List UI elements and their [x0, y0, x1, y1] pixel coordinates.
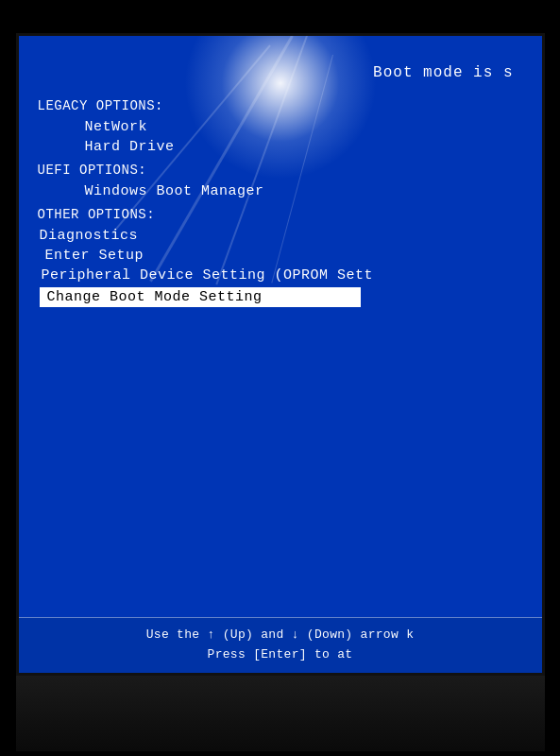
uefi-section-header: UEFI OPTIONS: — [38, 163, 523, 178]
legacy-section-header: LEGACY OPTIONS: — [38, 98, 523, 113]
menu-item-change-boot[interactable]: Change Boot Mode Setting — [40, 287, 361, 307]
other-section-header: OTHER OPTIONS: — [38, 207, 523, 222]
monitor-frame: Boot mode is s LEGACY OPTIONS: NetWork H… — [16, 5, 545, 751]
status-line-2: Press [Enter] to at — [38, 645, 523, 665]
menu-item-diagnostics[interactable]: Diagnostics — [38, 226, 523, 246]
menu-item-windows-boot[interactable]: Windows Boot Manager — [38, 181, 523, 201]
menu-item-peripheral[interactable]: Peripheral Device Setting (OPROM Sett — [38, 266, 523, 285]
menu-item-harddrive[interactable]: Hard Drive — [38, 137, 523, 157]
boot-mode-text: Boot mode is s — [373, 64, 513, 81]
monitor-bezel-bottom — [16, 676, 545, 751]
screen-content: Boot mode is s LEGACY OPTIONS: NetWork H… — [19, 36, 542, 326]
status-bar: Use the ↑ (Up) and ↓ (Down) arrow k Pres… — [19, 617, 542, 673]
boot-mode-header: Boot mode is s — [38, 64, 523, 81]
outer-container: Boot mode is s LEGACY OPTIONS: NetWork H… — [0, 0, 560, 756]
status-line-1: Use the ↑ (Up) and ↓ (Down) arrow k — [38, 626, 523, 645]
menu-item-change-boot-selected-wrap: Change Boot Mode Setting — [38, 287, 523, 307]
bios-screen: Boot mode is s LEGACY OPTIONS: NetWork H… — [16, 33, 545, 676]
menu-item-enter-setup[interactable]: Enter Setup — [38, 246, 523, 266]
menu-item-network[interactable]: NetWork — [38, 117, 523, 137]
